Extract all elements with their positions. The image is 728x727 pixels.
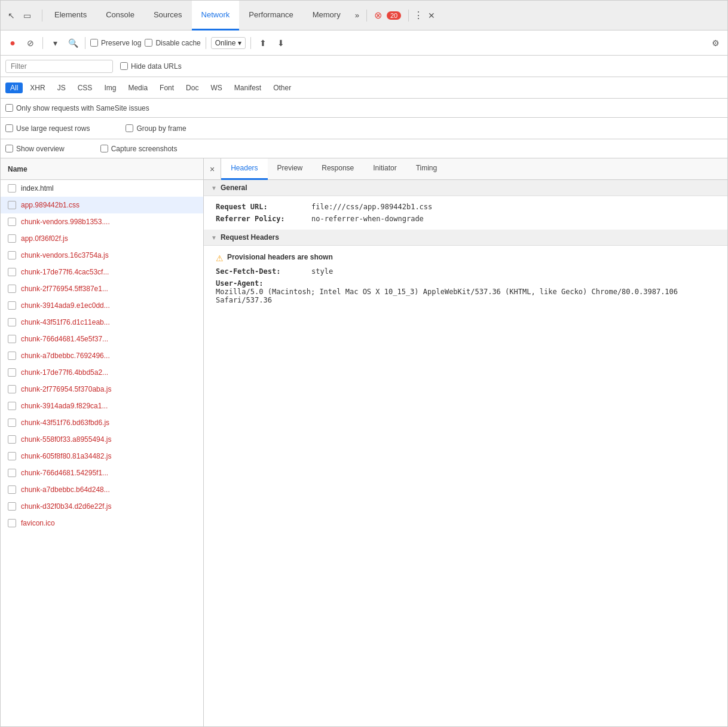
- online-select[interactable]: Online ▾: [211, 37, 246, 49]
- tab-more-button[interactable]: »: [350, 1, 364, 30]
- list-item[interactable]: chunk-3914ada9.e1ec0dd...: [1, 297, 203, 314]
- samesite-checkbox[interactable]: [5, 104, 13, 112]
- tab-console[interactable]: Console: [96, 1, 144, 30]
- capture-screenshots-checkbox[interactable]: [100, 145, 108, 152]
- list-item[interactable]: chunk-605f8f80.81a34482.js: [1, 448, 203, 465]
- dots-menu-button[interactable]: ⋮: [411, 7, 426, 23]
- file-checkbox[interactable]: [8, 385, 16, 393]
- hide-data-urls-label[interactable]: Hide data URLs: [120, 62, 182, 71]
- file-checkbox[interactable]: [8, 419, 16, 427]
- list-item[interactable]: chunk-17de77f6.4bbd5a2...: [1, 364, 203, 381]
- filter-input[interactable]: [5, 60, 113, 73]
- filter-xhr-button[interactable]: XHR: [25, 83, 50, 93]
- options-left: Use large request rows: [5, 124, 90, 133]
- filter-all-button[interactable]: All: [5, 83, 23, 93]
- list-item[interactable]: chunk-d32f0b34.d2d6e22f.js: [1, 498, 203, 515]
- upload-button[interactable]: ⬆: [256, 36, 270, 50]
- tab-preview[interactable]: Preview: [268, 158, 313, 180]
- list-item[interactable]: chunk-766d4681.54295f1...: [1, 465, 203, 481]
- file-checkbox[interactable]: [8, 318, 16, 326]
- mobile-icon[interactable]: ▭: [21, 8, 33, 23]
- list-item[interactable]: chunk-vendors.998b1353....: [1, 213, 203, 230]
- list-item[interactable]: chunk-a7dbebbc.7692496...: [1, 347, 203, 364]
- settings-button[interactable]: ⚙: [708, 36, 723, 50]
- close-detail-button[interactable]: ×: [204, 158, 221, 180]
- filter-manifest-button[interactable]: Manifest: [230, 83, 266, 93]
- preserve-log-checkbox-label[interactable]: Preserve log: [90, 39, 141, 47]
- file-checkbox[interactable]: [8, 502, 16, 511]
- list-item[interactable]: index.html: [1, 180, 203, 197]
- file-checkbox[interactable]: [8, 184, 16, 193]
- file-checkbox[interactable]: [8, 469, 16, 477]
- tab-performance[interactable]: Performance: [239, 1, 302, 30]
- file-checkbox[interactable]: [8, 485, 16, 494]
- request-headers-collapse-icon[interactable]: ▼: [211, 234, 217, 241]
- list-item[interactable]: chunk-3914ada9.f829ca1...: [1, 398, 203, 414]
- disable-cache-checkbox[interactable]: [145, 39, 152, 47]
- filter-media-button[interactable]: Media: [123, 83, 152, 93]
- filter-css-button[interactable]: CSS: [73, 83, 97, 93]
- hide-data-urls-checkbox[interactable]: [120, 62, 128, 70]
- search-button[interactable]: 🔍: [66, 36, 80, 50]
- file-checkbox[interactable]: [8, 435, 16, 444]
- file-checkbox[interactable]: [8, 352, 16, 360]
- file-checkbox[interactable]: [8, 285, 16, 293]
- file-checkbox[interactable]: [8, 452, 16, 460]
- download-button[interactable]: ⬇: [274, 36, 288, 50]
- tab-network[interactable]: Network: [192, 1, 240, 30]
- filter-ws-button[interactable]: WS: [206, 83, 227, 93]
- list-item[interactable]: chunk-43f51f76.d1c11eab...: [1, 314, 203, 331]
- samesite-checkbox-label[interactable]: Only show requests with SameSite issues: [5, 104, 149, 112]
- file-checkbox[interactable]: [8, 201, 16, 209]
- large-rows-checkbox-label[interactable]: Use large request rows: [5, 124, 90, 133]
- file-checkbox[interactable]: [8, 368, 16, 377]
- file-checkbox[interactable]: [8, 301, 16, 310]
- list-item[interactable]: chunk-vendors.16c3754a.js: [1, 247, 203, 264]
- general-collapse-icon[interactable]: ▼: [211, 185, 217, 191]
- file-checkbox[interactable]: [8, 268, 16, 276]
- tab-timing[interactable]: Timing: [406, 158, 447, 180]
- tab-memory[interactable]: Memory: [303, 1, 350, 30]
- list-item[interactable]: chunk-2f776954.5f370aba.js: [1, 381, 203, 398]
- disable-cache-checkbox-label[interactable]: Disable cache: [145, 39, 200, 47]
- list-item[interactable]: chunk-558f0f33.a8955494.js: [1, 431, 203, 448]
- file-checkbox[interactable]: [8, 402, 16, 410]
- file-checkbox[interactable]: [8, 251, 16, 259]
- file-checkbox[interactable]: [8, 519, 16, 527]
- preserve-log-checkbox[interactable]: [90, 39, 98, 47]
- list-item[interactable]: app.989442b1.css: [1, 197, 203, 213]
- list-item[interactable]: chunk-43f51f76.bd63fbd6.js: [1, 414, 203, 431]
- list-item[interactable]: chunk-a7dbebbc.b64d248...: [1, 481, 203, 498]
- cursor-icon[interactable]: ↖: [5, 8, 17, 23]
- file-checkbox[interactable]: [8, 335, 16, 343]
- list-item[interactable]: chunk-17de77f6.4cac53cf...: [1, 264, 203, 280]
- clear-button[interactable]: ⊘: [23, 36, 38, 50]
- group-by-frame-label[interactable]: Group by frame: [126, 124, 186, 133]
- group-by-frame-checkbox[interactable]: [126, 124, 133, 132]
- close-devtools-button[interactable]: ✕: [426, 8, 438, 23]
- list-item[interactable]: app.0f36f02f.js: [1, 230, 203, 247]
- file-checkbox[interactable]: [8, 218, 16, 226]
- list-item[interactable]: favicon.ico: [1, 515, 203, 531]
- large-rows-checkbox[interactable]: [5, 124, 13, 132]
- capture-screenshots-label[interactable]: Capture screenshots: [100, 145, 178, 153]
- file-checkbox[interactable]: [8, 234, 16, 243]
- filter-doc-button[interactable]: Doc: [181, 83, 203, 93]
- general-section-header[interactable]: ▼ General: [204, 180, 727, 196]
- tab-initiator[interactable]: Initiator: [363, 158, 406, 180]
- show-overview-checkbox-label[interactable]: Show overview: [5, 145, 65, 153]
- record-button[interactable]: ●: [5, 36, 20, 50]
- filter-other-button[interactable]: Other: [268, 83, 296, 93]
- tab-sources[interactable]: Sources: [144, 1, 192, 30]
- filter-img-button[interactable]: Img: [99, 83, 121, 93]
- tab-headers[interactable]: Headers: [221, 158, 267, 180]
- list-item[interactable]: chunk-2f776954.5ff387e1...: [1, 280, 203, 297]
- show-overview-checkbox[interactable]: [5, 145, 13, 152]
- list-item[interactable]: chunk-766d4681.45e5f37...: [1, 331, 203, 347]
- filter-js-button[interactable]: JS: [53, 83, 71, 93]
- filter-font-button[interactable]: Font: [155, 83, 179, 93]
- filter-toggle-button[interactable]: ▾: [48, 36, 62, 50]
- request-headers-section-header[interactable]: ▼ Request Headers: [204, 230, 727, 246]
- tab-elements[interactable]: Elements: [45, 1, 96, 30]
- tab-response[interactable]: Response: [312, 158, 363, 180]
